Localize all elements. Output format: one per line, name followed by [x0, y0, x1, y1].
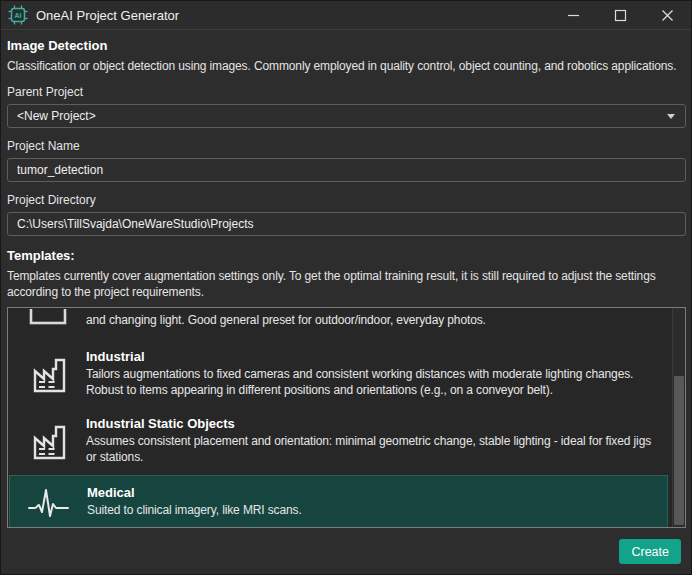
svg-text:AI: AI [15, 12, 22, 19]
maximize-button[interactable] [597, 1, 644, 29]
factory-icon [9, 354, 86, 394]
close-button[interactable] [644, 1, 691, 29]
project-name-input[interactable] [7, 158, 686, 182]
template-item-medical[interactable]: Medical Suited to clinical imagery, like… [9, 475, 668, 528]
project-directory-label: Project Directory [7, 193, 686, 207]
window-title: OneAI Project Generator [36, 8, 179, 23]
scrollbar[interactable] [672, 308, 685, 527]
template-item-description: Assumes consistent placement and orienta… [86, 434, 668, 465]
template-item-description: Tailors augmentations to fixed cameras a… [86, 367, 668, 398]
dialog-body: Image Detection Classification or object… [1, 30, 691, 575]
template-item-title: Industrial Static Objects [86, 416, 668, 431]
template-item-title: Industrial [86, 349, 668, 364]
window-controls [550, 1, 691, 29]
section-description: Classification or object detection using… [7, 58, 686, 74]
ai-chip-icon: AI [7, 4, 29, 26]
project-directory-input[interactable] [7, 212, 686, 236]
project-name-label: Project Name [7, 139, 686, 153]
parent-project-select[interactable]: <New Project> [7, 104, 686, 128]
create-button[interactable]: Create [619, 539, 681, 564]
titlebar: AI OneAI Project Generator [1, 1, 691, 30]
parent-project-value: <New Project> [17, 109, 96, 123]
parent-project-label: Parent Project [7, 85, 686, 99]
template-item-partial[interactable]: and changing light. Good general preset … [9, 309, 668, 339]
chevron-down-icon [667, 114, 675, 119]
section-title: Image Detection [7, 38, 686, 53]
templates-heading: Templates: [7, 248, 686, 263]
template-item-description: and changing light. Good general preset … [86, 313, 668, 329]
minimize-icon [567, 9, 580, 22]
template-item-title: Medical [87, 485, 667, 500]
template-item-industrial[interactable]: Industrial Tailors augmentations to fixe… [9, 341, 668, 406]
photo-icon [9, 309, 86, 325]
close-icon [661, 9, 674, 22]
template-list: and changing light. Good general preset … [7, 307, 686, 528]
template-item-industrial-static-objects[interactable]: Industrial Static Objects Assumes consis… [9, 408, 668, 473]
minimize-button[interactable] [550, 1, 597, 29]
maximize-icon [614, 9, 627, 22]
templates-note: Templates currently cover augmentation s… [7, 268, 686, 300]
footer: Create [7, 528, 686, 575]
oneai-project-generator-window: AI OneAI Project Generator Image Detecti… [0, 0, 692, 575]
factory-icon [9, 421, 86, 461]
template-item-description: Suited to clinical imagery, like MRI sca… [87, 503, 667, 519]
scrollbar-thumb[interactable] [674, 376, 684, 525]
ecg-icon [10, 484, 87, 520]
